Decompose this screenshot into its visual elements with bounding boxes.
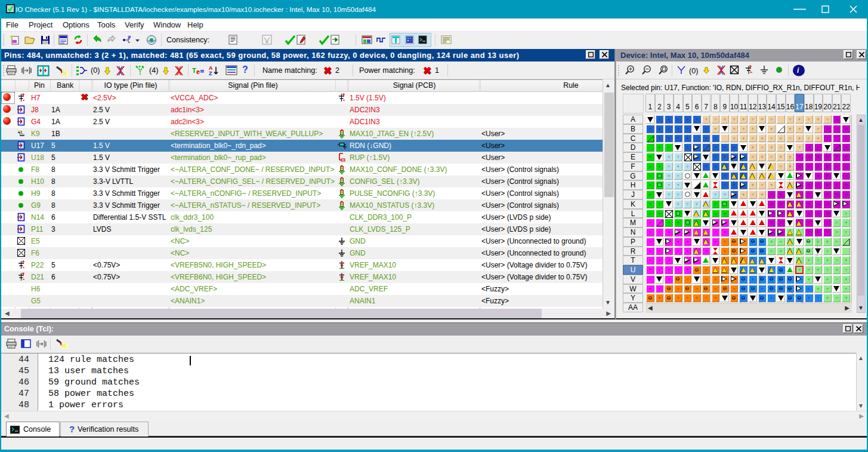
svg-text:e: e	[196, 68, 200, 75]
svg-text:Z: Z	[209, 70, 212, 76]
svg-text:?: ?	[128, 35, 131, 41]
svg-text:T: T	[192, 67, 196, 74]
